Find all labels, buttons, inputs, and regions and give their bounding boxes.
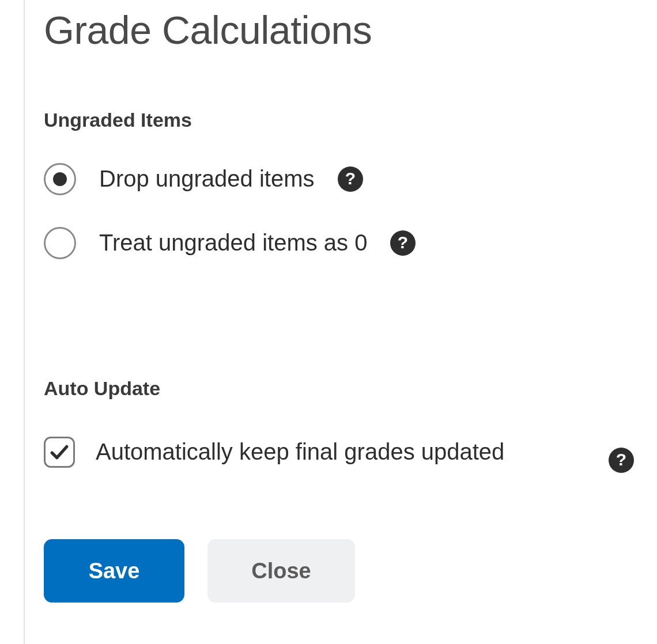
section-gap — [44, 291, 634, 377]
save-button[interactable]: Save — [44, 539, 184, 603]
svg-text:?: ? — [398, 233, 408, 252]
autoupdate-checkbox[interactable] — [44, 437, 75, 468]
option-drop-label: Drop ungraded items — [99, 166, 315, 192]
page-title: Grade Calculations — [44, 7, 634, 54]
help-icon[interactable]: ? — [390, 230, 416, 256]
autoupdate-row: Automatically keep final grades updated … — [44, 431, 634, 473]
radio-selected-dot — [53, 172, 67, 186]
close-button[interactable]: Close — [207, 539, 355, 603]
option-drop-ungraded[interactable]: Drop ungraded items ? — [44, 163, 634, 195]
radio-treat-zero[interactable] — [44, 227, 76, 259]
help-icon[interactable]: ? — [609, 448, 634, 473]
svg-text:?: ? — [616, 450, 626, 469]
help-icon[interactable]: ? — [338, 166, 363, 192]
option-zero-label: Treat ungraded items as 0 — [99, 230, 367, 256]
svg-text:?: ? — [345, 169, 355, 188]
left-divider — [24, 0, 25, 644]
autoupdate-section-label: Auto Update — [44, 377, 634, 400]
action-bar: Save Close — [44, 539, 355, 603]
autoupdate-label: Automatically keep final grades updated — [96, 439, 504, 465]
radio-drop-ungraded[interactable] — [44, 163, 76, 195]
ungraded-section-label: Ungraded Items — [44, 109, 634, 131]
option-treat-zero[interactable]: Treat ungraded items as 0 ? — [44, 227, 634, 259]
grade-calc-panel: Grade Calculations Ungraded Items Drop u… — [44, 7, 634, 505]
